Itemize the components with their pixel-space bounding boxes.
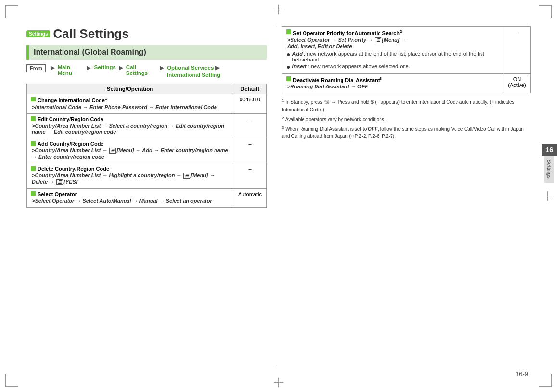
row-3-subtitle: >Country/Area Number List → ☰[Menu] → Ad…	[31, 147, 229, 159]
green-square-icon	[31, 166, 36, 171]
right-column: Set Operator Priority for Automatic Sear…	[277, 26, 531, 366]
row-2-subtitle: >Country/Area Number List → Select a cou…	[31, 123, 229, 135]
row-5-title: Select Operator	[31, 191, 229, 197]
from-badge: From	[26, 64, 46, 72]
breadcrumb-internationalsetting: International Setting	[167, 72, 220, 78]
row-5-operation: Select Operator >Select Operator → Selec…	[27, 188, 233, 207]
table-row: Add Country/Region Code >Country/Area Nu…	[27, 138, 267, 163]
title-text: Call Settings	[53, 26, 128, 41]
right-row-2-default: ON(Active)	[504, 74, 531, 93]
breadcrumb-arrow-5: ▶	[215, 64, 220, 71]
corner-marker-tr	[539, 5, 552, 18]
breadcrumb-settings: Settings	[94, 64, 115, 70]
breadcrumb-arrow-4: ▶	[160, 64, 164, 71]
row-2-default: –	[233, 113, 267, 138]
breadcrumb-arrow-1: ▶	[51, 64, 55, 71]
footnotes: 1 In Standby, press ☏ → Press and hold $…	[282, 98, 531, 140]
table-row: Delete Country/Region Code >Country/Area…	[27, 163, 267, 188]
row-1-subtitle: >International Code → Enter Phone Passwo…	[31, 104, 229, 110]
section-header: International (Global Roaming)	[26, 45, 267, 60]
right-row-1: Set Operator Priority for Automatic Sear…	[282, 27, 531, 74]
breadcrumb-optionalservices: Optional Services	[167, 65, 214, 71]
main-content: Settings Call Settings International (Gl…	[26, 26, 531, 366]
tab-number: 16	[542, 144, 557, 156]
crosshair-right	[543, 191, 552, 201]
green-square-icon	[286, 29, 291, 34]
green-square-icon	[286, 76, 291, 81]
tab-label: Settings	[544, 156, 554, 183]
bullet-item: ● Insert : new network appears above sel…	[286, 63, 500, 70]
row-3-title: Add Country/Region Code	[31, 141, 229, 147]
crosshair-bottom	[274, 378, 283, 387]
side-tab: 16 Settings	[542, 144, 557, 183]
footnote-3: 3 When Roaming Dial Assistant is set to …	[282, 125, 531, 140]
bullet-item: ● Add : new network appears at the end o…	[286, 51, 500, 62]
settings-table: Setting/Operation Default Change Interna…	[26, 84, 267, 208]
settings-badge: Settings	[26, 30, 50, 37]
footnote-2: 2 Available operators vary by network co…	[282, 115, 531, 123]
page-number: 16-9	[516, 370, 528, 378]
right-row-2-content: Deactivate Roaming Dial Assistant3 >Roam…	[282, 74, 504, 93]
table-row: Select Operator >Select Operator → Selec…	[27, 188, 267, 207]
breadcrumb-arrow-3: ▶	[119, 64, 123, 71]
green-square-icon	[31, 116, 36, 121]
right-section1-title: Set Operator Priority for Automatic Sear…	[286, 29, 500, 36]
breadcrumb: From ▶ Main Menu ▶ Settings ▶ Call Setti…	[26, 64, 267, 78]
green-square-icon	[31, 97, 36, 101]
col-header-default: Default	[233, 84, 267, 94]
right-row-1-content: Set Operator Priority for Automatic Sear…	[282, 27, 504, 74]
row-4-title: Delete Country/Region Code	[31, 166, 229, 172]
row-4-operation: Delete Country/Region Code >Country/Area…	[27, 163, 233, 188]
corner-marker-bl	[5, 374, 18, 387]
breadcrumb-rest: Optional Services ▶ International Settin…	[167, 64, 267, 78]
row-5-subtitle: >Select Operator → Select Auto/Manual → …	[31, 198, 229, 204]
crosshair-top	[274, 5, 283, 14]
footnote-1: 1 In Standby, press ☏ → Press and hold $…	[282, 98, 531, 113]
col-header-operation: Setting/Operation	[27, 84, 233, 94]
row-2-operation: Edit Country/Region Code >Country/Area N…	[27, 113, 233, 138]
row-4-subtitle: >Country/Area Number List → Highlight a …	[31, 172, 229, 185]
row-1-title: Change International Code1	[31, 97, 229, 103]
right-section2-title: Deactivate Roaming Dial Assistant3	[286, 76, 500, 83]
right-row-1-default: –	[504, 27, 531, 74]
right-section1-subtitle: >Select Operator → Set Priority → ☰[Menu…	[286, 37, 500, 49]
right-table-1: Set Operator Priority for Automatic Sear…	[282, 26, 531, 93]
breadcrumb-mainmenu: Main Menu	[58, 64, 84, 76]
row-3-default: –	[233, 138, 267, 163]
row-1-default: 0046010	[233, 94, 267, 114]
row-5-default: Automatic	[233, 188, 267, 207]
table-row: Change International Code1 >Internationa…	[27, 94, 267, 114]
page-title: Settings Call Settings	[26, 26, 267, 41]
right-section1-bullets: ● Add : new network appears at the end o…	[286, 51, 500, 70]
left-column: Settings Call Settings International (Gl…	[26, 26, 277, 366]
table-row: Edit Country/Region Code >Country/Area N…	[27, 113, 267, 138]
right-section2-subtitle: >Roaming Dial Assistant → OFF	[286, 84, 500, 89]
corner-marker-br	[539, 374, 552, 387]
row-1-operation: Change International Code1 >Internationa…	[27, 94, 233, 114]
row-3-operation: Add Country/Region Code >Country/Area Nu…	[27, 138, 233, 163]
row-4-default: –	[233, 163, 267, 188]
green-square-icon	[31, 191, 36, 196]
green-square-icon	[31, 141, 36, 146]
row-2-title: Edit Country/Region Code	[31, 116, 229, 122]
breadcrumb-arrow-2: ▶	[87, 64, 91, 71]
corner-marker-tl	[5, 5, 18, 18]
right-row-2: Deactivate Roaming Dial Assistant3 >Roam…	[282, 74, 531, 93]
breadcrumb-callsettings: Call Settings	[126, 64, 157, 76]
